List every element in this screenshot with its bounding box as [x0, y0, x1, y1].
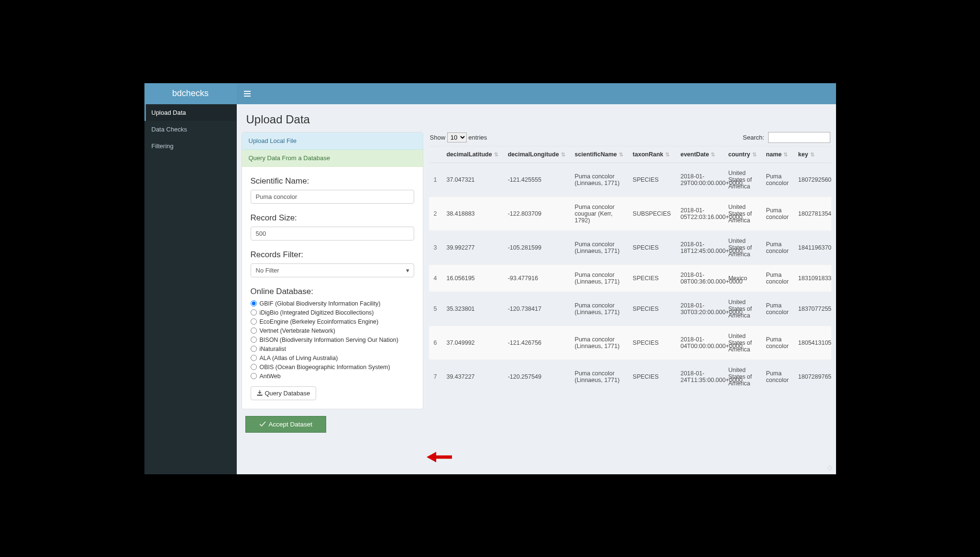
app-logo[interactable]: bdchecks: [144, 83, 237, 104]
cell-eventDate: 2018-01-18T12:45:00.000+0000: [676, 230, 724, 264]
arrow-annotation: [426, 450, 454, 466]
table-row[interactable]: 739.437227-120.257549Puma concolor (Linn…: [429, 360, 831, 393]
column-header-decimalLatitude[interactable]: decimalLatitude⇅: [441, 146, 503, 163]
cell-name: Puma concolor: [761, 163, 793, 197]
database-option[interactable]: iDigBio (Integrated Digitized Biocollect…: [251, 309, 414, 316]
cell-name: Puma concolor: [761, 230, 793, 264]
table-row[interactable]: 137.047321-121.425555Puma concolor (Linn…: [429, 163, 831, 197]
column-header-key[interactable]: key⇅: [793, 146, 831, 163]
database-radio[interactable]: [251, 364, 257, 370]
cell-name: Puma concolor: [761, 197, 793, 230]
download-icon: [257, 390, 263, 396]
cell-idx: 2: [429, 197, 442, 230]
database-option-label: iDigBio (Integrated Digitized Biocollect…: [260, 309, 374, 316]
check-icon: [259, 421, 266, 427]
sidebar-item-upload-data[interactable]: Upload Data: [144, 104, 237, 121]
cell-key: 1831091833: [793, 264, 831, 292]
sidebar-toggle-button[interactable]: [237, 83, 258, 104]
table-row[interactable]: 535.323801-120.738417Puma concolor (Linn…: [429, 292, 831, 326]
cell-country: United States of America: [724, 163, 761, 197]
search-control: Search:: [743, 132, 830, 143]
database-option[interactable]: Vertnet (Vertebrate Network): [251, 328, 414, 334]
cell-decimalLatitude: 35.323801: [441, 292, 503, 326]
cell-idx: 7: [429, 360, 442, 393]
column-header-scientificName[interactable]: scientificName⇅: [570, 146, 628, 163]
data-table: decimalLatitude⇅decimalLongitude⇅scienti…: [429, 146, 831, 394]
entries-select[interactable]: 10: [447, 132, 467, 142]
tab-query-database[interactable]: Query Data From a Database: [242, 150, 423, 167]
cell-decimalLongitude: -122.803709: [503, 197, 570, 230]
cell-decimalLatitude: 38.418883: [441, 197, 503, 230]
table-row[interactable]: 339.992277-105.281599Puma concolor (Linn…: [429, 230, 831, 264]
cell-decimalLatitude: 39.437227: [441, 360, 503, 393]
cell-decimalLongitude: -93.477916: [503, 264, 570, 292]
database-option[interactable]: OBIS (Ocean Biogeographic Information Sy…: [251, 364, 414, 371]
cell-idx: 6: [429, 326, 442, 360]
cell-eventDate: 2018-01-05T22:03:16.000+0000: [676, 197, 724, 230]
cell-key: 1841196370: [793, 230, 831, 264]
table-row[interactable]: 416.056195-93.477916Puma concolor (Linna…: [429, 264, 831, 292]
database-radio[interactable]: [251, 309, 257, 316]
cell-taxonRank: SPECIES: [628, 230, 676, 264]
cell-decimalLongitude: -121.426756: [503, 326, 570, 360]
database-option[interactable]: ALA (Atlas of Living Australia): [251, 355, 414, 361]
cell-decimalLongitude: -120.257549: [503, 360, 570, 393]
database-option[interactable]: BISON (Biodiversity Information Serving …: [251, 337, 414, 343]
cell-scientificName: Puma concolor (Linnaeus, 1771): [570, 326, 628, 360]
database-radio[interactable]: [251, 355, 257, 361]
online-database-label: Online Database:: [251, 287, 414, 296]
column-header-taxonRank[interactable]: taxonRank⇅: [628, 146, 676, 163]
query-database-label: Query Database: [265, 390, 310, 397]
cell-idx: 1: [429, 163, 442, 197]
sidebar: Upload DataData ChecksFiltering: [144, 104, 237, 474]
cell-key: 1802781354: [793, 197, 831, 230]
database-option[interactable]: iNaturalist: [251, 346, 414, 352]
table-row[interactable]: 637.049992-121.426756Puma concolor (Linn…: [429, 326, 831, 360]
cell-country: United States of America: [724, 360, 761, 393]
tab-upload-local-file[interactable]: Upload Local File: [242, 132, 423, 150]
cell-country: United States of America: [724, 292, 761, 326]
database-radio[interactable]: [251, 373, 257, 379]
record-size-input[interactable]: [251, 227, 414, 240]
database-option[interactable]: EcoEngine (Berkeley Ecoinformatics Engin…: [251, 318, 414, 325]
scientific-name-input[interactable]: [251, 190, 414, 204]
cell-eventDate: 2018-01-08T00:36:00.000+0000: [676, 264, 724, 292]
cell-idx: 3: [429, 230, 442, 264]
cell-country: United States of America: [724, 326, 761, 360]
column-header-decimalLongitude[interactable]: decimalLongitude⇅: [503, 146, 570, 163]
database-option[interactable]: AntWeb: [251, 373, 414, 380]
cell-key: 1805413105: [793, 326, 831, 360]
hamburger-icon: [244, 91, 251, 97]
entries-length-control: Show 10 entries: [430, 132, 487, 142]
records-filter-select[interactable]: [251, 263, 414, 277]
page-title: Upload Data: [246, 113, 836, 126]
cell-key: 1807289765: [793, 360, 831, 393]
database-radio[interactable]: [251, 300, 257, 306]
database-radio[interactable]: [251, 337, 257, 343]
cell-eventDate: 2018-01-29T00:00:00.000+0000: [676, 163, 724, 197]
database-radio[interactable]: [251, 328, 257, 334]
cell-decimalLongitude: -105.281599: [503, 230, 570, 264]
sidebar-item-filtering[interactable]: Filtering: [144, 138, 237, 154]
column-header-eventDate[interactable]: eventDate⇅: [676, 146, 724, 163]
database-radio[interactable]: [251, 346, 257, 352]
column-header-index[interactable]: [429, 146, 442, 163]
query-database-button[interactable]: Query Database: [251, 386, 317, 400]
database-option-label: GBIF (Global Biodiversity Information Fa…: [260, 300, 381, 307]
cell-taxonRank: SPECIES: [628, 326, 676, 360]
cell-idx: 5: [429, 292, 442, 326]
search-input[interactable]: [768, 132, 830, 143]
cell-scientificName: Puma concolor (Linnaeus, 1771): [570, 264, 628, 292]
scientific-name-label: Scientific Name:: [251, 176, 414, 186]
table-row[interactable]: 238.418883-122.803709Puma concolor cougu…: [429, 197, 831, 230]
accept-dataset-button[interactable]: Accept Dataset: [245, 416, 327, 433]
database-radio[interactable]: [251, 318, 257, 325]
sidebar-item-data-checks[interactable]: Data Checks: [144, 121, 237, 138]
cell-scientificName: Puma concolor (Linnaeus, 1771): [570, 360, 628, 393]
column-header-country[interactable]: country⇅: [724, 146, 761, 163]
resize-handle-icon: [826, 465, 833, 471]
database-option[interactable]: GBIF (Global Biodiversity Information Fa…: [251, 300, 414, 307]
column-header-name[interactable]: name⇅: [761, 146, 793, 163]
cell-name: Puma concolor: [761, 292, 793, 326]
cell-taxonRank: SPECIES: [628, 163, 676, 197]
